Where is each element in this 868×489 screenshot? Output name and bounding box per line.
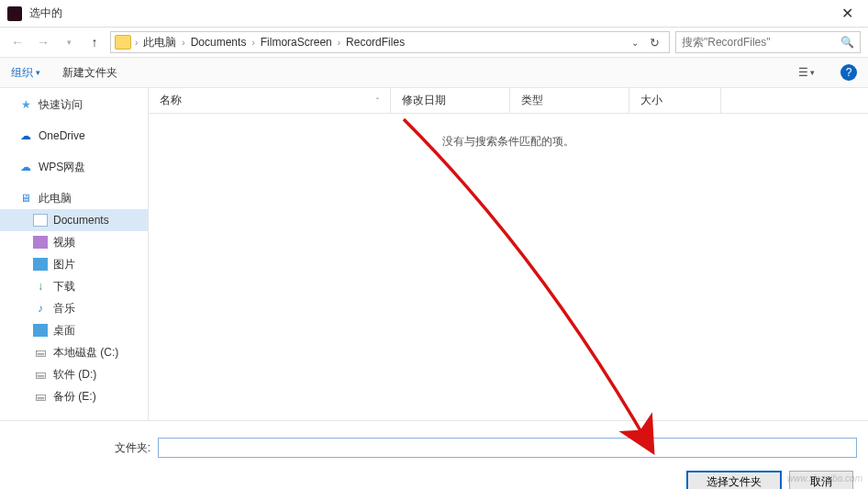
search-box[interactable]: 🔍 xyxy=(675,31,861,53)
back-button[interactable]: ← xyxy=(7,32,28,52)
sidebar-label: 桌面 xyxy=(53,323,75,339)
sidebar-item-drive-c[interactable]: 🖴本地磁盘 (C:) xyxy=(0,341,148,363)
chevron-right-icon: › xyxy=(251,38,254,48)
titlebar: 选中的 ✕ xyxy=(0,0,868,28)
up-button[interactable]: ↑ xyxy=(84,32,105,52)
crumb-pc[interactable]: 此电脑 xyxy=(141,35,178,50)
organize-menu[interactable]: 组织 ▾ xyxy=(11,65,40,81)
sidebar-item-quick-access[interactable]: ★快速访问 xyxy=(0,94,148,116)
breadcrumb[interactable]: › 此电脑 › Documents › FilmoraScreen › Reco… xyxy=(110,31,670,53)
body: ★快速访问 ☁OneDrive ☁WPS网盘 🖥此电脑 Documents 视频… xyxy=(0,88,868,420)
crumb-documents[interactable]: Documents xyxy=(189,36,249,49)
sidebar-item-pictures[interactable]: 图片 xyxy=(0,253,148,275)
filename-row: 文件夹: xyxy=(11,438,857,458)
column-headers: 名称ˆ 修改日期 类型 大小 xyxy=(149,88,868,114)
file-list-pane: 名称ˆ 修改日期 类型 大小 没有与搜索条件匹配的项。 xyxy=(149,88,868,420)
help-button[interactable]: ? xyxy=(840,64,857,81)
close-button[interactable]: ✕ xyxy=(834,5,861,22)
chevron-down-icon[interactable]: ⌄ xyxy=(631,38,639,48)
sidebar-item-music[interactable]: ♪音乐 xyxy=(0,297,148,319)
chevron-right-icon: › xyxy=(338,38,340,48)
sidebar-item-wps[interactable]: ☁WPS网盘 xyxy=(0,156,148,178)
sidebar-item-drive-e[interactable]: 🖴备份 (E:) xyxy=(0,385,148,407)
sort-indicator-icon: ˆ xyxy=(376,96,379,106)
sidebar-label: 图片 xyxy=(53,257,75,272)
sidebar-label: 下载 xyxy=(53,279,75,295)
sidebar-item-onedrive[interactable]: ☁OneDrive xyxy=(0,125,148,147)
navbar: ← → ▾ ↑ › 此电脑 › Documents › FilmoraScree… xyxy=(0,28,868,57)
column-size[interactable]: 大小 xyxy=(629,88,721,113)
folder-icon xyxy=(115,35,131,50)
sidebar-label: 备份 (E:) xyxy=(53,389,96,405)
empty-message: 没有与搜索条件匹配的项。 xyxy=(149,114,868,150)
refresh-button[interactable]: ↻ xyxy=(644,36,665,50)
sidebar-label: OneDrive xyxy=(39,129,85,142)
drive-icon: 🖴 xyxy=(33,390,48,403)
column-type[interactable]: 类型 xyxy=(510,88,629,113)
monitor-icon: 🖥 xyxy=(18,192,33,205)
sidebar-item-desktop[interactable]: 桌面 xyxy=(0,319,148,341)
folder-label: 文件夹: xyxy=(11,440,150,456)
sidebar-item-downloads[interactable]: ↓下载 xyxy=(0,275,148,297)
sidebar-item-this-pc[interactable]: 🖥此电脑 xyxy=(0,187,148,209)
document-icon xyxy=(33,214,48,227)
sidebar-label: 此电脑 xyxy=(39,191,72,206)
sidebar-item-drive-d[interactable]: 🖴软件 (D:) xyxy=(0,363,148,385)
drive-icon: 🖴 xyxy=(33,368,48,381)
app-icon xyxy=(7,6,22,21)
sidebar-label: 音乐 xyxy=(53,301,75,317)
sidebar: ★快速访问 ☁OneDrive ☁WPS网盘 🖥此电脑 Documents 视频… xyxy=(0,88,149,420)
watermark: www.xiazaiba.com xyxy=(787,473,862,483)
picture-icon xyxy=(33,258,48,271)
search-icon[interactable]: 🔍 xyxy=(840,36,854,49)
forward-button[interactable]: → xyxy=(33,32,53,52)
sidebar-label: 快速访问 xyxy=(39,97,83,113)
download-icon: ↓ xyxy=(33,280,48,293)
star-icon: ★ xyxy=(18,98,33,111)
desktop-icon xyxy=(33,324,48,337)
sidebar-label: 视频 xyxy=(53,235,75,250)
cloud-icon: ☁ xyxy=(18,161,33,173)
chevron-down-icon: ▾ xyxy=(810,68,815,77)
drive-icon: 🖴 xyxy=(33,346,48,359)
folder-name-input[interactable] xyxy=(158,438,857,458)
sidebar-label: WPS网盘 xyxy=(39,160,85,175)
crumb-recordfiles[interactable]: RecordFiles xyxy=(344,36,406,49)
sidebar-item-videos[interactable]: 视频 xyxy=(0,231,148,253)
recent-dropdown[interactable]: ▾ xyxy=(59,32,79,52)
chevron-down-icon: ▾ xyxy=(36,68,40,77)
sidebar-item-documents[interactable]: Documents xyxy=(0,209,148,231)
sidebar-label: Documents xyxy=(53,214,109,227)
new-folder-button[interactable]: 新建文件夹 xyxy=(62,65,117,81)
view-options-button[interactable]: ☰▾ xyxy=(795,64,818,81)
column-name[interactable]: 名称ˆ xyxy=(149,88,391,113)
chevron-right-icon: › xyxy=(135,38,138,48)
sidebar-label: 本地磁盘 (C:) xyxy=(53,345,118,361)
toolbar: 组织 ▾ 新建文件夹 ☰▾ ? xyxy=(0,57,868,88)
buttons-row: 选择文件夹 取消 xyxy=(11,471,857,489)
footer: 文件夹: 选择文件夹 取消 xyxy=(0,420,868,489)
list-icon: ☰ xyxy=(798,66,808,79)
sidebar-label: 软件 (D:) xyxy=(53,367,96,383)
video-icon xyxy=(33,236,48,249)
search-input[interactable] xyxy=(682,36,840,49)
column-date[interactable]: 修改日期 xyxy=(391,88,510,113)
music-icon: ♪ xyxy=(33,302,48,315)
select-folder-button[interactable]: 选择文件夹 xyxy=(686,471,782,489)
crumb-filmorascreen[interactable]: FilmoraScreen xyxy=(259,36,334,49)
cloud-icon: ☁ xyxy=(18,129,33,142)
chevron-right-icon: › xyxy=(182,38,184,48)
window-title: 选中的 xyxy=(29,6,834,21)
